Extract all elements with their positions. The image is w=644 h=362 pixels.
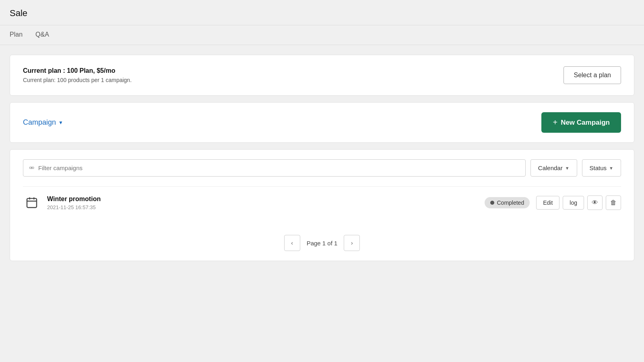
campaign-info: Winter promotion 2021-11-25 16:57:35 <box>47 195 485 210</box>
status-filter-button[interactable]: Status ▼ <box>582 159 621 177</box>
campaign-chevron-icon: ▼ <box>58 120 63 125</box>
trash-icon: 🗑 <box>610 199 617 206</box>
new-campaign-label: New Campaign <box>561 119 610 127</box>
chevron-right-icon: › <box>351 240 353 246</box>
main-content: Current plan : 100 Plan, $5/mo Current p… <box>0 45 644 271</box>
plan-desc: Current plan: 100 products per 1 campaig… <box>23 77 132 83</box>
log-button[interactable]: log <box>563 196 584 210</box>
status-label: Completed <box>497 200 524 206</box>
tab-plan[interactable]: Plan <box>10 25 23 45</box>
tabs-bar: Plan Q&A <box>0 25 644 45</box>
status-dot-icon <box>490 201 494 205</box>
edit-button[interactable]: Edit <box>536 196 559 210</box>
page-info: Page 1 of 1 <box>303 240 341 247</box>
next-page-button[interactable]: › <box>344 235 360 251</box>
search-icon: ⚮ <box>29 164 34 172</box>
campaign-label-text: Campaign <box>23 118 56 127</box>
plan-title: Current plan : 100 Plan, $5/mo <box>23 67 132 74</box>
search-wrapper: ⚮ <box>23 159 526 177</box>
status-badge: Completed <box>485 197 530 208</box>
eye-icon: 👁 <box>592 199 598 206</box>
plus-icon: + <box>553 118 557 127</box>
view-button[interactable]: 👁 <box>587 195 603 210</box>
calendar-chevron-icon: ▼ <box>565 166 570 171</box>
page-title: Sale <box>0 0 644 25</box>
campaign-icon <box>23 194 41 212</box>
delete-button[interactable]: 🗑 <box>606 195 621 210</box>
filter-row: ⚮ Calendar ▼ Status ▼ <box>23 159 621 177</box>
pagination: ‹ Page 1 of 1 › <box>23 228 621 251</box>
svg-rect-0 <box>27 198 37 208</box>
campaign-list-card: ⚮ Calendar ▼ Status ▼ <box>10 149 634 261</box>
calendar-filter-label: Calendar <box>538 165 563 171</box>
status-chevron-icon: ▼ <box>609 166 613 171</box>
tab-qna[interactable]: Q&A <box>35 25 49 45</box>
campaign-name: Winter promotion <box>47 195 485 203</box>
plan-card: Current plan : 100 Plan, $5/mo Current p… <box>10 55 634 96</box>
campaign-date: 2021-11-25 16:57:35 <box>47 204 485 210</box>
calendar-filter-button[interactable]: Calendar ▼ <box>530 159 577 177</box>
search-input[interactable] <box>38 160 520 176</box>
prev-page-button[interactable]: ‹ <box>284 235 300 251</box>
campaign-items-list: Winter promotion 2021-11-25 16:57:35 Com… <box>23 186 621 219</box>
plan-info: Current plan : 100 Plan, $5/mo Current p… <box>23 67 132 83</box>
select-plan-button[interactable]: Select a plan <box>564 66 621 84</box>
campaign-label[interactable]: Campaign ▼ <box>23 118 63 127</box>
calendar-icon <box>25 196 38 209</box>
new-campaign-button[interactable]: + New Campaign <box>541 112 621 133</box>
campaign-header-card: Campaign ▼ + New Campaign <box>10 102 634 143</box>
table-row: Winter promotion 2021-11-25 16:57:35 Com… <box>23 186 621 219</box>
campaign-actions: Completed Edit log 👁 🗑 <box>485 195 621 210</box>
chevron-left-icon: ‹ <box>291 240 293 246</box>
status-filter-label: Status <box>590 165 607 171</box>
